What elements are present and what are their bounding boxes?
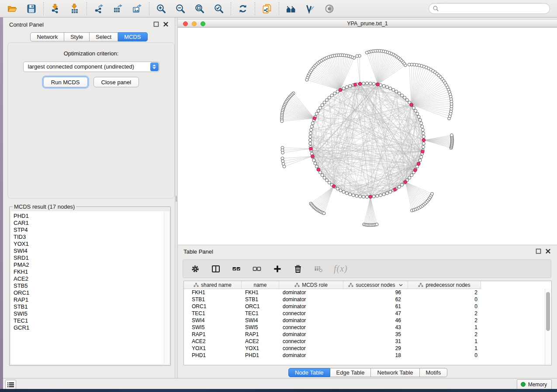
zoom-fit-button[interactable] xyxy=(190,1,209,16)
cell-name[interactable]: ACE2 xyxy=(242,338,279,345)
cell-MCDS-role[interactable]: connector xyxy=(279,345,343,352)
tab-network[interactable]: Network xyxy=(30,32,64,41)
table-row[interactable]: SWI5SWI5connector431 xyxy=(184,324,551,331)
export-image-button[interactable] xyxy=(128,1,147,16)
network-canvas[interactable] xyxy=(178,28,557,244)
mcds-result-item[interactable]: STP4 xyxy=(14,227,163,234)
cell-MCDS-role[interactable]: dominator xyxy=(279,289,343,296)
cell-shared-name[interactable]: YOX1 xyxy=(184,345,242,352)
cell-shared-name[interactable]: SWI5 xyxy=(184,324,242,331)
cell-predecessor-nodes[interactable]: 2 xyxy=(408,289,481,296)
add-column-button[interactable] xyxy=(272,264,283,274)
run-mcds-button[interactable]: Run MCDS xyxy=(43,77,88,87)
import-network-button[interactable] xyxy=(46,1,65,16)
cell-predecessor-nodes[interactable]: 2 xyxy=(408,331,481,338)
cell-name[interactable]: YOX1 xyxy=(242,345,279,352)
mcds-result-item[interactable]: PMA2 xyxy=(14,261,163,268)
table-row[interactable]: STB1STB1dominator620 xyxy=(184,296,551,303)
float-table-panel-icon[interactable] xyxy=(536,248,541,254)
cell-MCDS-role[interactable]: dominator xyxy=(279,317,343,324)
mcds-result-item[interactable]: FKH1 xyxy=(14,268,163,275)
cell-name[interactable]: SWI4 xyxy=(242,317,279,324)
mcds-result-item[interactable]: ORC1 xyxy=(14,289,163,296)
search-box[interactable] xyxy=(429,3,550,14)
mcds-result-item[interactable]: STB5 xyxy=(14,282,163,289)
table-row[interactable]: RAP1RAP1dominator352 xyxy=(184,331,551,338)
cell-shared-name[interactable]: RAP1 xyxy=(184,331,242,338)
mcds-result-item[interactable]: SRD1 xyxy=(14,254,163,261)
close-panel-icon[interactable] xyxy=(163,21,169,27)
cell-MCDS-role[interactable]: dominator xyxy=(279,352,343,359)
cell-predecessor-nodes[interactable]: 0 xyxy=(408,352,481,359)
table-scrollbar-thumb[interactable] xyxy=(546,292,550,331)
cell-name[interactable]: ORC1 xyxy=(242,303,279,310)
cell-name[interactable]: FKH1 xyxy=(242,289,279,296)
column-header-MCDS-role[interactable]: MCDS role xyxy=(279,281,343,289)
cell-successor-nodes[interactable]: 18 xyxy=(343,352,408,359)
column-header-predecessor-nodes[interactable]: predecessor nodes xyxy=(408,281,481,289)
cell-name[interactable]: STB1 xyxy=(242,296,279,303)
refresh-layout-button[interactable] xyxy=(233,1,253,16)
cell-MCDS-role[interactable]: dominator xyxy=(279,303,343,310)
deselect-all-rows-button[interactable] xyxy=(252,264,262,274)
show-hide-button[interactable] xyxy=(320,1,339,16)
mcds-result-item[interactable]: STB1 xyxy=(14,303,163,310)
cell-name[interactable]: SWI5 xyxy=(242,324,279,331)
cell-successor-nodes[interactable]: 47 xyxy=(343,310,408,317)
table-row[interactable]: ACE2ACE2connector311 xyxy=(184,338,551,345)
cell-shared-name[interactable]: FKH1 xyxy=(184,289,242,296)
cell-shared-name[interactable]: TEC1 xyxy=(184,310,242,317)
mcds-result-item[interactable]: GCR1 xyxy=(14,324,163,331)
cell-predecessor-nodes[interactable]: 0 xyxy=(408,296,481,303)
memory-button[interactable]: Memory xyxy=(517,379,552,389)
zoom-selected-button[interactable] xyxy=(209,1,228,16)
float-panel-icon[interactable] xyxy=(153,21,159,27)
cell-successor-nodes[interactable]: 35 xyxy=(343,331,408,338)
search-input[interactable] xyxy=(441,5,546,12)
select-all-rows-button[interactable] xyxy=(231,264,242,274)
table-scrollbar[interactable] xyxy=(545,289,551,365)
save-session-button[interactable] xyxy=(22,1,41,16)
tab-edge-table[interactable]: Edge Table xyxy=(330,368,371,377)
tab-network-table[interactable]: Network Table xyxy=(371,368,419,377)
cell-successor-nodes[interactable]: 31 xyxy=(343,338,408,345)
cell-predecessor-nodes[interactable]: 2 xyxy=(408,317,481,324)
show-columns-button[interactable] xyxy=(211,264,221,274)
mcds-result-list[interactable]: PHD1CAR1STP4TID3YOX1SWI4SRD1PMA2FKH1ACE2… xyxy=(11,211,169,364)
table-row[interactable]: FKH1FKH1dominator962 xyxy=(184,289,551,296)
mcds-result-item[interactable]: CAR1 xyxy=(14,220,163,227)
column-header-shared-name[interactable]: shared name xyxy=(184,281,242,289)
tab-motifs[interactable]: Motifs xyxy=(420,368,448,377)
mcds-result-item[interactable]: TID3 xyxy=(14,234,163,241)
cell-successor-nodes[interactable]: 61 xyxy=(343,303,408,310)
column-header-name[interactable]: name xyxy=(242,281,279,289)
vertical-splitter[interactable] xyxy=(175,17,178,378)
table-row[interactable]: PHD1PHD1dominator180 xyxy=(184,352,551,359)
cell-shared-name[interactable]: ORC1 xyxy=(184,303,242,310)
close-table-panel-icon[interactable] xyxy=(545,248,551,254)
column-header-successor-nodes[interactable]: successor nodes xyxy=(343,281,408,289)
mcds-result-item[interactable]: SWI4 xyxy=(14,248,163,254)
network-window-titlebar[interactable]: YPA_prune.txt_1 xyxy=(178,19,557,28)
close-panel-button[interactable]: Close panel xyxy=(93,77,139,87)
table-row[interactable]: SWI4SWI4dominator462 xyxy=(184,317,551,324)
tab-style[interactable]: Style xyxy=(64,32,90,41)
cell-shared-name[interactable]: STB1 xyxy=(184,296,242,303)
export-network-button[interactable] xyxy=(89,1,108,16)
mcds-result-item[interactable]: RAP1 xyxy=(14,296,163,303)
cell-successor-nodes[interactable]: 46 xyxy=(343,317,408,324)
cell-name[interactable]: TEC1 xyxy=(242,310,279,317)
zoom-in-button[interactable] xyxy=(152,1,171,16)
cell-successor-nodes[interactable]: 29 xyxy=(343,345,408,352)
import-table-button[interactable] xyxy=(65,1,84,16)
tab-node-table[interactable]: Node Table xyxy=(288,368,330,377)
cell-shared-name[interactable]: ACE2 xyxy=(184,338,242,345)
cell-successor-nodes[interactable]: 62 xyxy=(343,296,408,303)
cell-successor-nodes[interactable]: 96 xyxy=(343,289,408,296)
open-file-button[interactable] xyxy=(3,1,22,16)
visual-style-button[interactable] xyxy=(301,1,320,16)
cell-MCDS-role[interactable]: dominator xyxy=(279,296,343,303)
cell-shared-name[interactable]: SWI4 xyxy=(184,317,242,324)
criterion-select[interactable]: largest connected component (undirected) xyxy=(23,62,159,72)
cell-MCDS-role[interactable]: connector xyxy=(279,324,343,331)
